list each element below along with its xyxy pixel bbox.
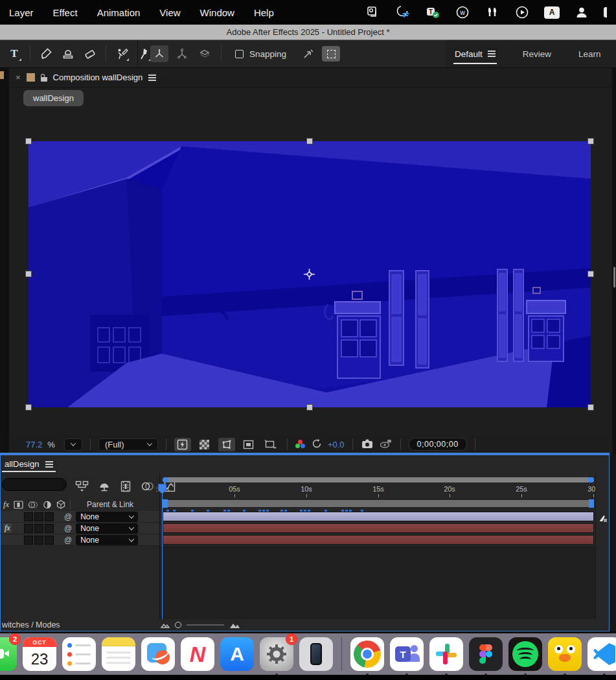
parent-dropdown[interactable]: None <box>76 512 138 522</box>
eraser-tool-button[interactable] <box>81 45 99 63</box>
roto-brush-tool-button[interactable] <box>113 45 131 63</box>
dock-freeform[interactable] <box>141 637 175 671</box>
layer-bar-3[interactable] <box>163 535 594 545</box>
panel-menu-icon[interactable] <box>45 464 53 465</box>
parent-dropdown[interactable]: None <box>76 523 138 534</box>
exposure-value[interactable]: +0.0 <box>328 440 345 449</box>
world-axis-mode-button[interactable] <box>173 45 191 62</box>
selection-handle-top-center[interactable] <box>306 138 313 144</box>
dock-cyberduck[interactable] <box>548 637 582 671</box>
layer-row-3-controls[interactable]: @ None <box>1 534 159 546</box>
clone-stamp-tool-button[interactable] <box>59 45 77 63</box>
menu-effect[interactable]: Effect <box>53 7 78 18</box>
snapping-control[interactable]: Snapping <box>235 49 286 59</box>
playhead-marker[interactable] <box>158 484 166 494</box>
timeline-empty-track-area[interactable] <box>160 546 595 619</box>
draft-3d-icon[interactable] <box>98 480 111 493</box>
dock-chrome[interactable] <box>350 637 384 671</box>
dock-news[interactable]: N <box>181 637 214 671</box>
layer-switch-cell[interactable] <box>45 524 54 533</box>
region-of-interest-button[interactable] <box>240 438 257 451</box>
layer-switch-cell[interactable] <box>45 512 54 521</box>
toggle-switches-modes-button[interactable]: witches / Modes <box>2 620 60 629</box>
teams-status-icon[interactable]: T <box>425 5 440 19</box>
parent-pickwhip-icon[interactable]: @ <box>64 512 72 521</box>
brush-tool-button[interactable] <box>37 45 55 63</box>
creative-cloud-sync-icon[interactable] <box>395 5 411 19</box>
workspace-tab-review[interactable]: Review <box>521 45 553 63</box>
dock-teams[interactable]: T <box>390 637 424 671</box>
type-tool-button[interactable]: T <box>5 45 23 63</box>
take-snapshot-button[interactable] <box>361 438 374 451</box>
local-axis-mode-button[interactable] <box>150 45 168 62</box>
menu-help[interactable]: Help <box>254 7 274 18</box>
zoom-value[interactable]: 77.2 <box>26 440 42 449</box>
frame-blending-icon[interactable] <box>119 480 132 493</box>
composition-tab-label[interactable]: Composition wallDesign <box>53 73 143 82</box>
timeline-horizontal-scrollbar[interactable] <box>163 477 594 482</box>
composition-mini-flowchart-icon[interactable] <box>75 480 89 493</box>
work-area-bar[interactable] <box>163 499 594 508</box>
layer-switch-cell[interactable] <box>24 512 33 521</box>
dock-figma[interactable] <box>469 637 503 671</box>
workspace-tab-default[interactable]: Default <box>453 45 497 63</box>
dock-notes[interactable] <box>102 637 135 671</box>
anchor-point-icon[interactable] <box>303 268 315 280</box>
menu-window[interactable]: Window <box>200 7 234 18</box>
transparency-grid-button[interactable] <box>196 438 213 451</box>
input-source-icon[interactable]: A <box>544 6 560 19</box>
composition-viewport[interactable] <box>29 141 591 407</box>
close-tab-icon[interactable]: × <box>16 73 21 82</box>
layer-switch-cell[interactable] <box>45 536 54 545</box>
channel-picker-icon[interactable] <box>295 440 306 449</box>
layer-row-1-controls[interactable]: @ None <box>1 511 159 523</box>
3d-layer-column-icon[interactable] <box>56 500 65 509</box>
show-snapshot-button[interactable] <box>379 438 393 451</box>
selection-handle-mid-right[interactable] <box>587 271 594 277</box>
zoom-slider-knob[interactable] <box>175 622 181 628</box>
zoom-in-mountains-icon[interactable] <box>229 621 240 629</box>
dock-system-settings[interactable]: 1 <box>260 637 293 671</box>
dock-app-store[interactable]: A <box>220 637 254 671</box>
adjustment-layer-column-icon[interactable] <box>43 501 52 509</box>
menu-view[interactable]: View <box>159 7 180 18</box>
layer-row-2-controls[interactable]: fx @ None <box>1 523 159 534</box>
zoom-slider-track[interactable] <box>187 624 224 626</box>
workspace-menu-icon[interactable] <box>488 53 496 54</box>
dock-spotify[interactable] <box>508 637 542 671</box>
layer-bar-2[interactable] <box>163 523 594 533</box>
crop-region-button[interactable] <box>262 438 279 451</box>
menu-layer[interactable]: Layer <box>9 7 34 18</box>
screen-record-icon[interactable] <box>514 5 530 19</box>
fx-column-header[interactable]: fx <box>3 500 9 510</box>
snap-features-button[interactable] <box>322 46 340 62</box>
selection-handle-top-left[interactable] <box>25 138 32 144</box>
fast-preview-button[interactable] <box>174 438 191 451</box>
layer-switch-cell[interactable] <box>24 536 33 545</box>
menu-animation[interactable]: Animation <box>97 7 141 18</box>
airpods-icon[interactable] <box>485 5 500 19</box>
mask-visibility-button[interactable] <box>218 438 235 451</box>
selection-handle-mid-left[interactable] <box>25 271 32 277</box>
selection-handle-top-right[interactable] <box>587 138 594 144</box>
resolution-dropdown[interactable]: (Full) <box>98 438 158 451</box>
selection-handle-bottom-left[interactable] <box>25 404 32 411</box>
snap-along-edges-button[interactable] <box>299 45 317 62</box>
panel-menu-icon[interactable] <box>148 77 156 78</box>
window-title-bar[interactable]: Adobe After Effects 2025 - Untitled Proj… <box>0 25 616 40</box>
selection-handle-bottom-center[interactable] <box>306 404 313 411</box>
dock-vscode[interactable] <box>587 637 616 671</box>
right-scrollbar-nub[interactable] <box>613 267 615 288</box>
layer-bar-1[interactable] <box>163 512 594 521</box>
timeline-tab[interactable]: allDesign <box>2 457 56 472</box>
capture-icon[interactable] <box>365 5 381 19</box>
motion-blur-column-icon[interactable] <box>28 501 38 509</box>
view-axis-mode-button[interactable] <box>196 45 214 62</box>
parent-link-column-header[interactable]: Parent & Link <box>87 500 133 509</box>
parent-pickwhip-icon[interactable]: @ <box>64 536 72 545</box>
layer-quality-icon[interactable] <box>598 514 608 523</box>
wacom-icon[interactable]: w <box>455 5 470 19</box>
dock-iphone-mirroring[interactable] <box>299 637 333 671</box>
workspace-tab-learn[interactable]: Learn <box>577 45 602 63</box>
magnification-dropdown[interactable] <box>64 438 82 451</box>
